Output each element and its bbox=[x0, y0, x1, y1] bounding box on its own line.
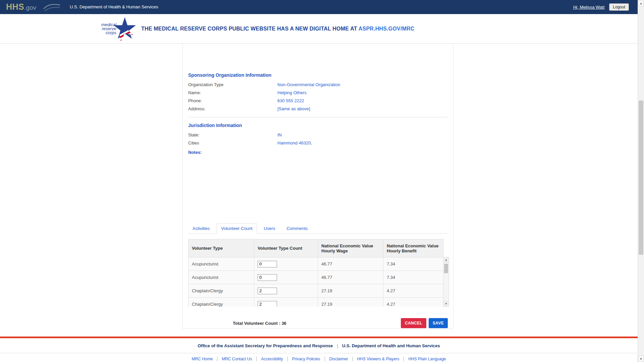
field-label: Phone: bbox=[188, 98, 277, 103]
sponsoring-section-title: Sponsoring Organization Information bbox=[188, 72, 448, 78]
volunteer-type-cell: Acupuncturist bbox=[189, 257, 254, 271]
footer-hhs-link[interactable]: U.S. Department of Health and Human Serv… bbox=[342, 343, 440, 348]
tab[interactable]: Comments bbox=[282, 223, 312, 234]
jurisdiction-fields: State: IN Cities Hammond 46320, bbox=[188, 132, 448, 145]
hourly-wage-text: 46.77 bbox=[321, 275, 332, 280]
field-label: Name: bbox=[188, 90, 277, 95]
mrc-logo-word: corps bbox=[101, 31, 116, 35]
hourly-wage-text: 27.19 bbox=[321, 288, 332, 293]
field-row: Name: Helping Others bbox=[188, 90, 448, 95]
mrc-logo-words: medicalreservecorps bbox=[101, 23, 116, 35]
browser-scrollbar-thumb[interactable] bbox=[639, 101, 643, 255]
scroll-down-icon[interactable]: ▼ bbox=[638, 356, 644, 362]
footer-link[interactable]: Disclaimer bbox=[325, 357, 348, 361]
field-value: IN bbox=[277, 132, 282, 137]
mrc-banner: medicalreservecorps THE MEDICAL RESERVE … bbox=[0, 14, 638, 44]
table-body: Acupuncturist 46.77 7.34 Acupuncturist 4… bbox=[189, 257, 443, 307]
hourly-wage-cell: 27.19 bbox=[318, 298, 383, 307]
tab[interactable]: Volunteer Count bbox=[217, 223, 257, 234]
top-navigation-bar: HHS.gov U.S. Department of Health & Huma… bbox=[0, 0, 638, 14]
hourly-benefit-text: 4.27 bbox=[387, 288, 395, 293]
logout-button[interactable]: Logout bbox=[609, 3, 629, 11]
footer-link[interactable]: Privacy Policies bbox=[287, 357, 320, 361]
hourly-wage-text: 46.77 bbox=[321, 261, 332, 266]
field-label: Address: bbox=[188, 106, 277, 111]
table-column-header: Volunteer Type Count bbox=[254, 239, 318, 257]
footer-link[interactable]: Accessibility bbox=[256, 357, 283, 361]
hhs-logo-text: HHS bbox=[6, 2, 24, 12]
hhs-eagle-icon bbox=[43, 2, 60, 12]
hourly-wage-cell: 27.19 bbox=[318, 284, 383, 298]
hhs-logo-suffix: .gov bbox=[24, 4, 36, 11]
hourly-benefit-cell: 4.27 bbox=[383, 284, 443, 298]
table-column-header: National Economic Value Hourly Wage bbox=[318, 239, 383, 257]
hhs-gov-logo[interactable]: HHS.gov bbox=[6, 2, 36, 12]
hourly-benefit-cell: 7.34 bbox=[383, 257, 443, 271]
field-value: Helping Others bbox=[277, 90, 307, 95]
table-row: Acupuncturist 46.77 7.34 bbox=[189, 271, 443, 284]
section-divider bbox=[188, 117, 448, 117]
banner-message: THE MEDICAL RESERVE CORPS PUBLIC WEBSITE… bbox=[141, 26, 415, 32]
tab[interactable]: Users bbox=[260, 223, 280, 234]
volunteer-count-input[interactable] bbox=[258, 274, 277, 281]
field-row: Organization Type Non-Governmental Organ… bbox=[188, 82, 448, 87]
actions-row: Total Volunteer Count : 36 CANCEL SAVE bbox=[188, 318, 448, 328]
volunteer-type-cell: Chaplain/Clergy bbox=[189, 284, 254, 298]
cancel-button[interactable]: CANCEL bbox=[401, 318, 426, 328]
field-label: Organization Type bbox=[188, 82, 277, 87]
banner-link[interactable]: ASPR.HHS.GOV/MRC bbox=[359, 26, 415, 32]
volunteer-count-cell bbox=[254, 271, 318, 284]
volunteer-count-cell bbox=[254, 257, 318, 271]
user-greeting-link[interactable]: Hi, Melissa Watt bbox=[573, 5, 604, 10]
mrc-logo: medicalreservecorps bbox=[101, 17, 137, 41]
field-value: 630 555 2222 bbox=[277, 98, 304, 103]
table-header: Volunteer TypeVolunteer Type CountNation… bbox=[189, 239, 443, 257]
footer-aspr-link[interactable]: Office of the Assistant Secretary for Pr… bbox=[198, 343, 333, 348]
volunteer-count-cell bbox=[254, 298, 318, 307]
field-value: Hammond 46320, bbox=[277, 140, 312, 145]
field-row: Cities Hammond 46320, bbox=[188, 140, 448, 145]
field-value: [Same as above] bbox=[277, 106, 310, 111]
table-row: Acupuncturist 46.77 7.34 bbox=[189, 257, 443, 271]
department-title: U.S. Department of Health & Human Servic… bbox=[70, 4, 158, 9]
hourly-benefit-cell: 4.27 bbox=[383, 298, 443, 307]
volunteer-count-input[interactable] bbox=[258, 288, 277, 294]
hourly-benefit-text: 7.34 bbox=[387, 261, 395, 266]
footer-link[interactable]: MRC Contact Us bbox=[217, 357, 252, 361]
volunteer-count-input[interactable] bbox=[258, 301, 277, 307]
footer-link[interactable]: HHS Plain Language bbox=[404, 357, 446, 361]
field-label: State: bbox=[188, 132, 277, 137]
footer-org-line: Office of the Assistant Secretary for Pr… bbox=[0, 343, 638, 348]
jurisdiction-section-title: Jurisdiction Information bbox=[188, 123, 448, 128]
save-button[interactable]: SAVE bbox=[429, 318, 448, 328]
table-scrollbar[interactable]: ▲ ▼ bbox=[443, 257, 449, 307]
footer-links: MRC HomeMRC Contact UsAccessibilityPriva… bbox=[0, 357, 638, 361]
volunteer-type-text: Acupuncturist bbox=[192, 275, 218, 280]
table-scrollbar-thumb[interactable] bbox=[444, 264, 448, 273]
table-scroll-down-icon[interactable]: ▼ bbox=[443, 301, 449, 306]
volunteer-count-input[interactable] bbox=[258, 261, 277, 267]
volunteer-count-cell bbox=[254, 284, 318, 298]
field-label: Cities bbox=[188, 140, 277, 145]
footer-link[interactable]: MRC Home bbox=[192, 357, 213, 361]
field-row: Phone: 630 555 2222 bbox=[188, 98, 448, 103]
footer-link[interactable]: HHS Viewers & Players bbox=[353, 357, 399, 361]
table-header-row: Volunteer TypeVolunteer Type CountNation… bbox=[189, 239, 443, 257]
browser-scrollbar[interactable]: ▲ ▼ bbox=[638, 0, 644, 362]
hourly-benefit-cell: 7.34 bbox=[383, 271, 443, 284]
tab[interactable]: Activities bbox=[188, 223, 214, 234]
hourly-wage-cell: 46.77 bbox=[318, 271, 383, 284]
scroll-up-icon[interactable]: ▲ bbox=[638, 0, 644, 6]
action-buttons: CANCEL SAVE bbox=[401, 318, 448, 328]
table-column-header: National Economic Value Hourly Benefit bbox=[383, 239, 443, 257]
footer-separator: | bbox=[337, 343, 338, 348]
table-scroll-up-icon[interactable]: ▲ bbox=[443, 257, 449, 263]
hourly-benefit-text: 7.34 bbox=[387, 275, 395, 280]
volunteer-type-text: Chaplain/Clergy bbox=[192, 288, 223, 293]
volunteer-type-cell: Chaplain/Clergy bbox=[189, 298, 254, 307]
field-value: Non-Governmental Organization bbox=[277, 82, 340, 87]
total-volunteer-count: Total Volunteer Count : 36 bbox=[233, 321, 286, 326]
volunteer-count-table: Volunteer TypeVolunteer Type CountNation… bbox=[188, 239, 443, 307]
table-column-header: Volunteer Type bbox=[189, 239, 254, 257]
volunteer-type-text: Chaplain/Clergy bbox=[192, 302, 223, 307]
